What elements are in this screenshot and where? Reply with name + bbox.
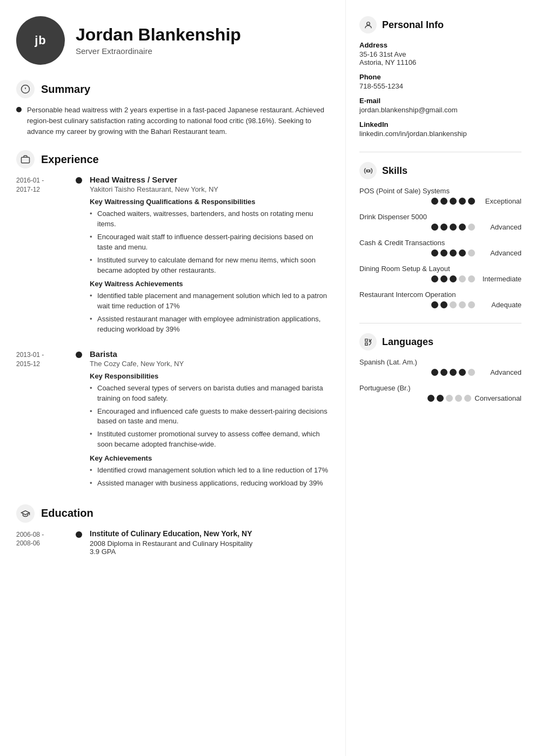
education-icon	[16, 504, 35, 523]
languages-title: Languages	[382, 336, 433, 348]
skill-name: Dining Room Setup & Layout	[359, 265, 521, 273]
edu-content-1: Institute of Culinary Education, New Yor…	[90, 529, 329, 556]
summary-section-header: Summary	[16, 80, 329, 98]
summary-section: Summary Personable head waitress with 2 …	[16, 80, 329, 137]
personal-info-icon	[359, 16, 377, 33]
job-title-1: Head Waitress / Server	[90, 175, 329, 184]
header-text: Jordan Blankenship Server Extraordinaire	[76, 25, 241, 56]
job-ach-heading-1: Key Waitress Achievements	[90, 280, 329, 288]
language-item: Spanish (Lat. Am.)Advanced	[359, 358, 521, 376]
linkedin-value: linkedin.com/in/jordan.blankenship	[359, 130, 521, 138]
education-section-header: Education	[16, 504, 329, 523]
job-item-2: 2013-01 - 2015-12 Barista The Cozy Cafe,…	[16, 349, 329, 491]
timeline-dot-2	[76, 352, 82, 358]
language-item: Portuguese (Br.)Conversational	[359, 384, 521, 402]
divider-1	[359, 152, 521, 152]
skill-name: POS (Point of Sale) Systems	[359, 187, 521, 195]
list-item: Assisted restaurant manager with employe…	[90, 314, 329, 335]
edu-date-1: 2006-08 - 2008-06	[16, 529, 76, 556]
personal-info-title: Personal Info	[382, 19, 444, 31]
job-qual-list-2: Coached several types of servers on bari…	[90, 383, 329, 450]
candidate-subtitle: Server Extraordinaire	[76, 46, 241, 56]
summary-icon	[16, 80, 35, 98]
info-email: E-mail jordan.blankenship@gmail.com	[359, 97, 521, 114]
list-item: Instituted survey to calculate demand fo…	[90, 255, 329, 276]
avatar: jb	[16, 16, 65, 65]
skill-name: Restaurant Intercom Operation	[359, 291, 521, 299]
list-item: Coached several types of servers on bari…	[90, 383, 329, 404]
education-section: Education 2006-08 - 2008-06 Institute of…	[16, 504, 329, 556]
linkedin-label: LinkedIn	[359, 120, 521, 129]
job-ach-list-1: Identified table placement and managemen…	[90, 291, 329, 334]
job-qual-list-1: Coached waiters, waitresses, bartenders,…	[90, 209, 329, 275]
divider-2	[359, 323, 521, 323]
job-item-1: 2016-01 - 2017-12 Head Waitress / Server…	[16, 175, 329, 337]
job-company-2: The Cozy Cafe, New York, NY	[90, 360, 329, 368]
skills-section: Skills POS (Point of Sale) SystemsExcept…	[359, 162, 521, 309]
summary-text: Personable head waitress with 2 years ex…	[27, 105, 329, 137]
job-qual-heading-1: Key Waitressing Qualifications & Respons…	[90, 198, 329, 206]
list-item: Encouraged and influenced cafe guests to…	[90, 407, 329, 427]
skills-header: Skills	[359, 162, 521, 179]
svg-point-4	[366, 22, 370, 25]
email-value: jordan.blankenship@gmail.com	[359, 106, 521, 114]
skills-title: Skills	[382, 165, 407, 177]
list-item: Identified crowd management solution whi…	[90, 465, 329, 476]
edu-item-1: 2006-08 - 2008-06 Institute of Culinary …	[16, 529, 329, 556]
info-linkedin: LinkedIn linkedin.com/in/jordan.blankens…	[359, 120, 521, 138]
skill-item: Restaurant Intercom OperationAdequate	[359, 291, 521, 309]
languages-header: Languages	[359, 333, 521, 350]
skill-item: Dining Room Setup & LayoutIntermediate	[359, 265, 521, 283]
job-company-1: Yakitori Taisho Restaurant, New York, NY	[90, 185, 329, 193]
experience-icon	[16, 150, 35, 168]
education-title: Education	[41, 507, 93, 519]
job-content-2: Barista The Cozy Cafe, New York, NY Key …	[90, 349, 329, 491]
job-content-1: Head Waitress / Server Yakitori Taisho R…	[90, 175, 329, 337]
email-label: E-mail	[359, 97, 521, 105]
languages-icon	[359, 333, 377, 350]
skill-name: Cash & Credit Transactions	[359, 239, 521, 247]
list-item: Instituted customer promotional survey t…	[90, 429, 329, 450]
experience-section-header: Experience	[16, 150, 329, 168]
skills-list: POS (Point of Sale) SystemsExceptionalDr…	[359, 187, 521, 309]
address-line2: Astoria, NY 11106	[359, 58, 521, 66]
summary-content: Personable head waitress with 2 years ex…	[16, 105, 329, 137]
skill-name: Drink Dispenser 5000	[359, 213, 521, 221]
timeline-dot-1	[76, 177, 82, 184]
address-label: Address	[359, 41, 521, 49]
info-phone: Phone 718-555-1234	[359, 73, 521, 90]
skill-item: Drink Dispenser 5000Advanced	[359, 213, 521, 231]
job-title-2: Barista	[90, 349, 329, 359]
avatar-initials: jb	[35, 33, 46, 48]
job-qual-heading-2: Key Responsibilities	[90, 372, 329, 380]
phone-value: 718-555-1234	[359, 82, 521, 90]
edu-degree-1: 2008 Diploma in Restaurant and Culinary …	[90, 539, 329, 548]
job-date-2: 2013-01 - 2015-12	[16, 349, 76, 491]
experience-section: Experience 2016-01 - 2017-12 Head Waitre…	[16, 150, 329, 491]
languages-list: Spanish (Lat. Am.)AdvancedPortuguese (Br…	[359, 358, 521, 402]
languages-section: Languages Spanish (Lat. Am.)AdvancedPort…	[359, 333, 521, 402]
edu-gpa-1: 3.9 GPA	[90, 548, 329, 556]
edu-school-1: Institute of Culinary Education, New Yor…	[90, 529, 329, 538]
personal-info-section: Personal Info Address 35-16 31st Ave Ast…	[359, 16, 521, 138]
edu-dot-1	[76, 531, 82, 538]
list-item: Assisted manager with business applicati…	[90, 478, 329, 489]
right-column: Personal Info Address 35-16 31st Ave Ast…	[346, 0, 535, 756]
summary-dot	[16, 107, 22, 112]
job-date-1: 2016-01 - 2017-12	[16, 175, 76, 337]
resume-header: jb Jordan Blankenship Server Extraordina…	[16, 16, 329, 65]
summary-title: Summary	[41, 83, 90, 96]
skill-item: Cash & Credit TransactionsAdvanced	[359, 239, 521, 257]
job-ach-list-2: Identified crowd management solution whi…	[90, 465, 329, 489]
skills-icon	[359, 162, 377, 179]
svg-point-5	[367, 170, 369, 172]
phone-label: Phone	[359, 73, 521, 81]
address-line1: 35-16 31st Ave	[359, 50, 521, 58]
candidate-name: Jordan Blankenship	[76, 25, 241, 44]
info-address: Address 35-16 31st Ave Astoria, NY 11106	[359, 41, 521, 66]
left-column: jb Jordan Blankenship Server Extraordina…	[0, 0, 346, 756]
job-ach-heading-2: Key Achievements	[90, 454, 329, 462]
list-item: Identified table placement and managemen…	[90, 291, 329, 312]
skill-item: POS (Point of Sale) SystemsExceptional	[359, 187, 521, 205]
list-item: Coached waiters, waitresses, bartenders,…	[90, 209, 329, 230]
